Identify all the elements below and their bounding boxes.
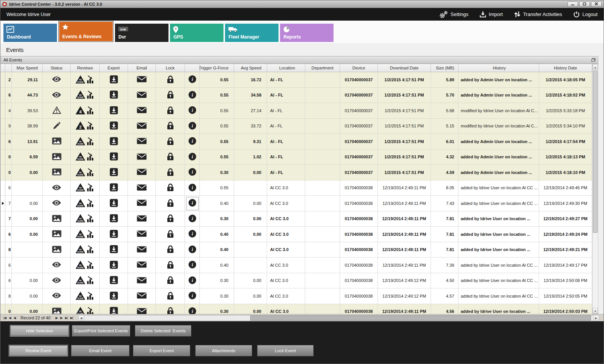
horizontal-scrollbar[interactable]: ◀ ▶ — [78, 315, 599, 321]
reviews-cell[interactable]: NOSCORE — [71, 72, 100, 88]
minimize-button[interactable] — [567, 2, 578, 7]
table-row[interactable]: 06.59NOSCOREi0.551.02Al - FL017040000037… — [1, 150, 592, 165]
maximize-button[interactable] — [579, 2, 590, 7]
export-cell[interactable] — [100, 119, 128, 134]
export-cell[interactable] — [100, 72, 128, 88]
email-cell[interactable] — [128, 88, 156, 103]
status-cell[interactable] — [43, 180, 71, 196]
info-cell[interactable]: i — [185, 180, 200, 196]
col-header-reviews[interactable]: Reviews — [71, 64, 100, 72]
export-cell[interactable] — [100, 258, 128, 273]
vertical-scroll-thumb[interactable] — [593, 71, 598, 233]
review-event-button[interactable]: Review Event — [9, 345, 68, 356]
lock-cell[interactable] — [156, 304, 185, 314]
reviews-cell[interactable]: NOSCORE — [71, 150, 100, 165]
col-header-download-date[interactable]: Download Date — [378, 64, 431, 72]
table-row[interactable]: 60.00NOSCOREi0.300.00Al CC 3.00170400000… — [1, 273, 592, 289]
tab-events-reviews[interactable]: Events & Reviews — [58, 21, 113, 42]
reviews-cell[interactable]: 2 — [71, 119, 100, 134]
lock-cell[interactable] — [156, 288, 185, 304]
status-cell[interactable] — [43, 258, 71, 273]
export-cell[interactable] — [100, 288, 128, 304]
email-cell[interactable] — [128, 227, 156, 242]
table-row[interactable]: 80.00NOSCOREi0.300.00Al CC 3.00170400000… — [1, 288, 592, 304]
table-row[interactable]: 00.00NOSCOREi0.300.00Al - FL017040000037… — [1, 165, 592, 180]
status-cell[interactable] — [43, 273, 71, 289]
info-cell[interactable]: i — [185, 211, 200, 227]
lock-event-button[interactable]: Lock Event — [257, 345, 314, 356]
lock-cell[interactable] — [156, 180, 185, 196]
col-header-history-date[interactable]: History Date — [539, 64, 592, 72]
lock-cell[interactable] — [156, 72, 185, 88]
email-cell[interactable] — [128, 150, 156, 165]
lock-cell[interactable] — [156, 242, 185, 258]
nav-left-button-0[interactable]: |◀ — [3, 316, 7, 320]
lock-cell[interactable] — [156, 165, 185, 180]
export-cell[interactable] — [100, 196, 128, 211]
hide-selection-button[interactable]: Hide Selection — [10, 325, 69, 337]
export-cell[interactable] — [100, 134, 128, 150]
export-cell[interactable] — [100, 227, 128, 242]
nav-right-button-0[interactable]: ▶ — [55, 316, 58, 320]
col-header-location[interactable]: Location — [267, 64, 305, 72]
col-header-export[interactable]: Export — [100, 64, 128, 72]
reviews-cell[interactable]: NOSCORE — [71, 258, 100, 273]
status-cell[interactable] — [43, 211, 71, 227]
vertical-scrollbar[interactable]: ▲ ▼ — [592, 64, 598, 314]
delete-selected-events-button[interactable]: Delete Selected Events — [135, 325, 191, 337]
info-cell[interactable]: i — [185, 242, 200, 258]
export-event-button[interactable]: Export Event — [133, 345, 190, 356]
scroll-down-arrow-icon[interactable]: ▼ — [593, 308, 598, 314]
email-cell[interactable] — [128, 103, 156, 119]
horizontal-scroll-thumb[interactable] — [250, 316, 591, 321]
info-cell[interactable]: i — [185, 88, 200, 103]
info-cell[interactable]: i — [185, 134, 200, 150]
email-cell[interactable] — [128, 196, 156, 211]
export-cell[interactable] — [100, 242, 128, 258]
col-header-department[interactable]: Department — [305, 64, 340, 72]
reviews-cell[interactable]: NOSCORE — [71, 134, 100, 150]
col-header-device[interactable]: Device — [340, 64, 378, 72]
attachments-button[interactable]: Attachments — [195, 345, 252, 356]
lock-cell[interactable] — [156, 103, 185, 119]
lock-cell[interactable] — [156, 119, 185, 134]
email-cell[interactable] — [128, 134, 156, 150]
scroll-right-arrow-icon[interactable]: ▶ — [593, 316, 599, 321]
info-cell[interactable]: i — [185, 258, 200, 273]
info-cell[interactable]: i — [185, 288, 200, 304]
email-cell[interactable] — [128, 72, 156, 88]
status-cell[interactable] — [43, 196, 71, 211]
reviews-cell[interactable]: NOSCORE — [71, 180, 100, 196]
status-cell[interactable] — [43, 88, 71, 103]
table-row[interactable]: 6NOSCOREi0.55Al CC 3.001704000003812/19/… — [1, 180, 592, 196]
col-header-avg-speed[interactable]: Avg Speed — [234, 64, 267, 72]
col-header-history[interactable]: History — [458, 64, 539, 72]
email-cell[interactable] — [128, 258, 156, 273]
reviews-cell[interactable]: NOSCORE — [71, 227, 100, 242]
lock-cell[interactable] — [156, 88, 185, 103]
email-cell[interactable] — [128, 242, 156, 258]
export-cell[interactable] — [100, 273, 128, 289]
table-row[interactable]: 938.992i0.5533.72Al - FL0170400000371/2/… — [1, 119, 592, 134]
email-cell[interactable] — [128, 180, 156, 196]
table-row[interactable]: 613.91NOSCOREi0.559.31Al - FL01704000003… — [1, 134, 592, 150]
info-cell[interactable]: i — [185, 304, 200, 314]
status-cell[interactable] — [43, 119, 71, 134]
col-header-max-speed[interactable]: Max Speed — [12, 64, 43, 72]
col-header-lock[interactable]: Lock — [156, 64, 185, 72]
export-print-selected-events-button[interactable]: Export/Print Selected Events — [72, 325, 130, 337]
status-cell[interactable] — [43, 242, 71, 258]
reviews-cell[interactable]: NOSCORE — [71, 196, 100, 211]
tab-gps[interactable]: GPS — [170, 24, 223, 42]
status-cell[interactable] — [43, 103, 71, 119]
col-header-trigger-g-force[interactable]: Trigger G-Force — [200, 64, 234, 72]
reviews-cell[interactable]: NOSCORE — [71, 242, 100, 258]
export-cell[interactable] — [100, 180, 128, 196]
nav-right-button-1[interactable]: ▶ — [60, 316, 63, 320]
reviews-cell[interactable]: 4 — [71, 103, 100, 119]
table-row[interactable]: 229.11NOSCOREi0.5516.72Al - FL0170400000… — [1, 72, 592, 88]
tab-dashboard[interactable]: Dashboard — [3, 24, 57, 42]
col-header-email[interactable]: Email — [128, 64, 156, 72]
info-cell[interactable]: i — [185, 103, 200, 119]
lock-cell[interactable] — [156, 196, 185, 211]
